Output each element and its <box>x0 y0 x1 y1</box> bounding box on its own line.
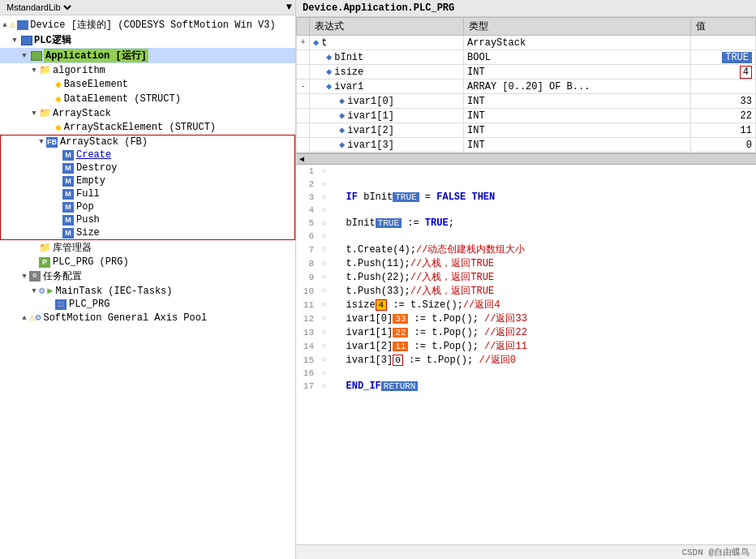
tree-item-plcprg2[interactable]: □ PLC_PRG <box>0 298 295 311</box>
line-number: 12 <box>296 314 319 324</box>
line-content: t.Push(11);//入栈，返回TRUE <box>329 256 756 270</box>
line-content: t.Push(33);//入栈，返回TRUE <box>329 284 756 298</box>
tree-item-libmgr[interactable]: 📁 库管理器 <box>0 240 295 256</box>
tree-item-device[interactable]: ▲ ⚠ Device [连接的] (CODESYS SoftMotion Win… <box>0 17 295 32</box>
tree-item-destroy[interactable]: M Destroy <box>1 161 294 174</box>
code-text: = <box>419 191 437 203</box>
device-label: Device [连接的] (CODESYS SoftMotion Win V3) <box>30 18 275 32</box>
tree-item-push[interactable]: M Push <box>1 213 294 226</box>
tree-item-arraystack-folder[interactable]: ▼ 📁 ArrayStack <box>0 106 295 120</box>
code-text: isize <box>329 299 376 311</box>
watch-expand-cell[interactable] <box>297 123 310 138</box>
line-number: 1 <box>296 166 319 176</box>
tree-item-maintask[interactable]: ▼ ⚙ ▶ MainTask (IEC-Tasks) <box>0 284 295 298</box>
tree-item-arraystackfb[interactable]: ▼ FB ArrayStack (FB) <box>1 135 294 148</box>
watch-expand-cell[interactable] <box>297 109 310 123</box>
tree-item-empty[interactable]: M Empty <box>1 174 294 187</box>
expand-icon-app: ▼ <box>19 52 29 60</box>
watch-type-cell: INT <box>464 65 691 80</box>
line-number: 16 <box>296 368 319 378</box>
watch-value-cell: 4 <box>691 65 756 80</box>
keyword: THEN <box>471 191 495 203</box>
tree-item-plc[interactable]: ▼ PLC逻辑 <box>0 32 295 48</box>
watch-row[interactable]: ◆ivar1[2]INT11 <box>297 123 756 138</box>
tree-item-plcprg[interactable]: P PLC_PRG (PRG) <box>0 256 295 269</box>
credit-text: CSDN @自由蝶鸟 <box>681 546 750 558</box>
code-text: bInit <box>329 217 376 229</box>
watch-row[interactable]: -◆ivar1ARRAY [0..20] OF B... <box>297 80 756 94</box>
tree-item-create[interactable]: M Create <box>1 148 294 161</box>
code-line: 1○ <box>296 165 756 178</box>
tree-item-dataelement[interactable]: ◆ DataElement (STRUCT) <box>0 92 295 106</box>
expand-icon-device: ▲ <box>0 21 10 29</box>
tree-item-size[interactable]: M Size <box>1 226 294 239</box>
watch-expand-cell[interactable] <box>297 94 310 109</box>
watch-value-cell: TRUE <box>691 50 756 65</box>
watch-name-cell: ◆t <box>310 36 464 50</box>
softmotion-label: SoftMotion General Axis Pool <box>43 312 207 324</box>
value-orange: 33 <box>393 314 408 324</box>
watch-expand-cell[interactable] <box>297 65 310 80</box>
tree-item-algorithm[interactable]: ▼ 📁 algorithm <box>0 63 295 77</box>
method-icon-full: M <box>62 189 74 200</box>
code-divider[interactable]: ◀ <box>296 153 756 165</box>
watch-row[interactable]: ◆ivar1[0]INT33 <box>297 94 756 109</box>
arraystack-folder-label: ArrayStack <box>53 108 111 119</box>
watch-name-cell: ◆ivar1[0] <box>310 94 464 109</box>
watch-name: ivar1 <box>334 81 363 92</box>
tree-item-full[interactable]: M Full <box>1 187 294 200</box>
watch-row[interactable]: ◆isizeINT4 <box>297 65 756 80</box>
watch-name-cell: ◆ivar1[2] <box>310 123 464 138</box>
watch-expand-cell[interactable] <box>297 50 310 65</box>
line-dot: ○ <box>319 355 329 364</box>
tree-item-baseelement[interactable]: ◆ BaseElement <box>0 77 295 92</box>
tree-item-tasks[interactable]: ▼ ⚙ 任务配置 <box>0 269 295 284</box>
watch-name-cell: ◆isize <box>310 65 464 80</box>
watch-name: ivar1[2] <box>347 125 394 136</box>
tree-item-pop[interactable]: M Pop <box>1 200 294 213</box>
fb-icon: FB <box>46 137 58 148</box>
watch-row[interactable]: ◆bInitBOOLTRUE <box>297 50 756 65</box>
line-content: END_IFRETURN <box>329 381 756 392</box>
watch-name-cell: ◆ivar1 <box>310 80 464 94</box>
bottom-bar: CSDN @自由蝶鸟 <box>296 544 756 559</box>
code-text: := t.Pop(); <box>408 327 484 338</box>
line-dot: ○ <box>319 232 329 241</box>
keyword: END_IF <box>346 381 381 392</box>
folder-icon-algorithm: 📁 <box>39 64 51 76</box>
expand-icon-arraystack-folder: ▼ <box>29 110 39 118</box>
watch-expand-cell[interactable]: - <box>297 80 310 94</box>
algorithm-label: algorithm <box>53 65 105 76</box>
plc-icon <box>21 36 32 45</box>
method-icon-destroy: M <box>62 163 74 174</box>
col-expression: 表达式 <box>310 18 464 36</box>
watch-row[interactable]: +◆tArrayStack <box>297 36 756 50</box>
line-dot: ○ <box>319 206 329 215</box>
plcprg2-label: PLC_PRG <box>69 299 110 310</box>
value-badge-blue: TRUE <box>722 52 752 63</box>
watch-row[interactable]: ◆ivar1[3]INT0 <box>297 138 756 153</box>
method-icon-size: M <box>62 228 74 239</box>
watch-type-cell: INT <box>464 123 691 138</box>
right-title: Device.Application.PLC_PRG <box>296 0 756 17</box>
line-content: ivar1[1]22 := t.Pop(); //返回22 <box>329 325 756 339</box>
value-orange: 22 <box>393 328 408 338</box>
comment: //动态创建栈内数组大小 <box>416 244 525 256</box>
tree-item-arraystackelement[interactable]: ◆ ArrayStackElement (STRUCT) <box>0 120 295 135</box>
library-dropdown[interactable]: MstandardLib <box>3 2 74 13</box>
var-icon: ◆ <box>326 52 332 63</box>
watch-expand-cell[interactable]: + <box>297 36 310 50</box>
expand-icon-algorithm: ▼ <box>29 67 39 75</box>
line-dot: ○ <box>319 300 329 309</box>
code-line: 11○ isize4 := t.Size();//返回4 <box>296 298 756 312</box>
size-label: Size <box>76 227 100 239</box>
tree-item-app[interactable]: ▼ Application [运行] <box>0 48 295 63</box>
code-text: ivar1[1] <box>329 327 393 338</box>
watch-row[interactable]: ◆ivar1[1]INT22 <box>297 109 756 123</box>
watch-expand-cell[interactable] <box>297 138 310 153</box>
tree-item-softmotion[interactable]: ▲ ⚠ ⚙ SoftMotion General Axis Pool <box>0 311 295 325</box>
col-expand <box>297 18 310 36</box>
arraystackfb-label: ArrayStack (FB) <box>60 136 148 148</box>
line-dot: ○ <box>319 167 329 176</box>
value-yellow: 4 <box>376 299 388 311</box>
